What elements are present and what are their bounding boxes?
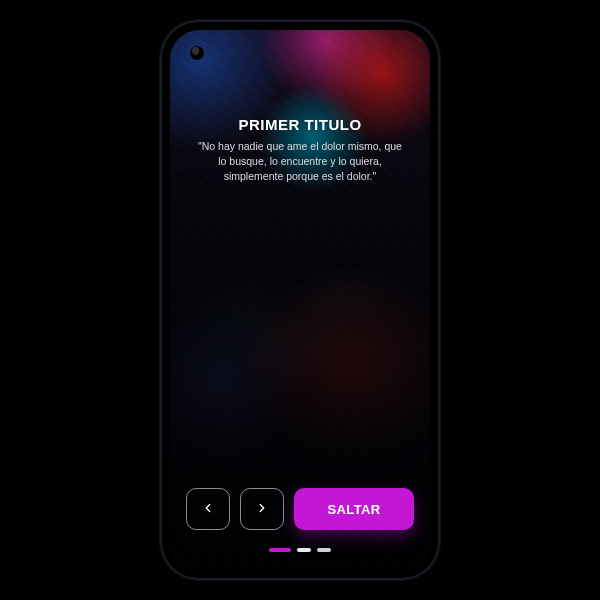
page-dot-1[interactable] — [269, 548, 291, 552]
prev-button[interactable] — [186, 488, 230, 530]
page-dot-2[interactable] — [297, 548, 311, 552]
onboarding-subtitle: "No hay nadie que ame el dolor mismo, qu… — [195, 139, 405, 185]
onboarding-title: PRIMER TITULO — [192, 116, 408, 133]
next-button[interactable] — [240, 488, 284, 530]
onboarding-copy: PRIMER TITULO "No hay nadie que ame el d… — [170, 116, 430, 185]
phone-frame: PRIMER TITULO "No hay nadie que ame el d… — [160, 20, 440, 580]
screen: PRIMER TITULO "No hay nadie que ame el d… — [170, 30, 430, 570]
chevron-left-icon — [201, 501, 215, 518]
chevron-right-icon — [255, 501, 269, 518]
page-indicator — [170, 548, 430, 552]
skip-button[interactable]: SALTAR — [294, 488, 414, 530]
onboarding-nav: SALTAR — [186, 488, 414, 530]
page-dot-3[interactable] — [317, 548, 331, 552]
punch-hole-camera — [190, 46, 204, 60]
